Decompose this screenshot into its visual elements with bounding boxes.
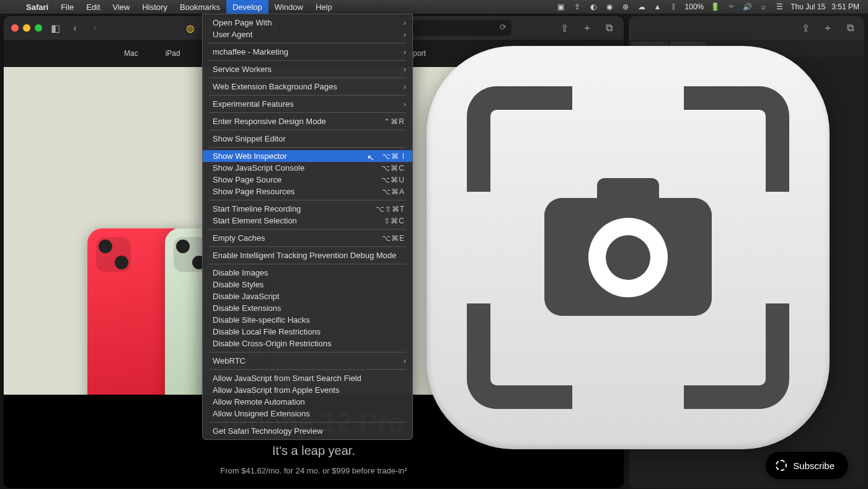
shortcut-label: ⌥⌘E (382, 234, 405, 243)
tray-icon[interactable]: ▣ (556, 2, 566, 12)
menu-item[interactable]: Disable Cross-Origin Restrictions (203, 338, 412, 349)
maximize-button[interactable] (35, 24, 42, 32)
menu-develop[interactable]: Develop (226, 0, 268, 14)
menu-item[interactable]: Show Web Inspector⌥⌘ I (203, 150, 412, 162)
volume-icon[interactable]: 🔊 (742, 2, 752, 12)
menu-item[interactable]: Allow JavaScript from Apple Events (203, 384, 412, 396)
control-center-icon[interactable]: ☰ (774, 2, 784, 12)
nav-mac[interactable]: Mac (124, 49, 138, 58)
menu-item[interactable]: Enter Responsive Design Mode⌃⌘R (203, 115, 412, 127)
menu-item[interactable]: Empty Caches⌥⌘E (203, 232, 412, 244)
shortcut-label: ⌃⌘R (384, 117, 405, 126)
menu-item-label: Allow JavaScript from Smart Search Field (213, 374, 361, 383)
subscribe-button[interactable]: Subscribe (766, 452, 848, 479)
close-button[interactable] (11, 24, 19, 32)
menu-edit[interactable]: Edit (80, 0, 106, 14)
menu-view[interactable]: View (107, 0, 136, 14)
menu-item[interactable]: Disable JavaScript (203, 290, 412, 302)
macos-menubar: Safari File Edit View History Bookmarks … (0, 0, 868, 14)
chevron-right-icon: › (404, 99, 406, 109)
menu-item-label: Show Snippet Editor (213, 134, 286, 143)
menu-item[interactable]: Start Timeline Recording⌥⇧⌘T (203, 203, 412, 215)
menu-bookmarks[interactable]: Bookmarks (174, 0, 226, 14)
menu-item[interactable]: Disable Site-specific Hacks (203, 314, 412, 326)
menu-item[interactable]: Allow Unsigned Extensions (203, 408, 412, 419)
menu-item-label: Experimental Features (213, 99, 294, 109)
share-icon[interactable]: ⇪ (558, 21, 572, 35)
menu-file[interactable]: File (55, 0, 80, 14)
develop-menu: Open Page With›User Agent›mchaffee - Mar… (202, 14, 413, 440)
reload-icon[interactable]: ⟳ (500, 22, 507, 32)
menu-item[interactable]: Disable Styles (203, 279, 412, 290)
bluetooth-icon[interactable]: ᛒ (669, 2, 679, 12)
new-tab-icon[interactable]: ＋ (821, 21, 835, 35)
minimize-button[interactable] (23, 24, 30, 32)
tray-icon[interactable]: ◐ (588, 2, 598, 12)
window-controls (11, 24, 42, 32)
menu-item-label: Web Extension Background Pages (213, 82, 337, 91)
menu-item-label: Get Safari Technology Preview (213, 426, 323, 436)
menu-item[interactable]: Service Workers› (203, 63, 412, 75)
tray-icon[interactable]: ⊕ (621, 2, 631, 12)
cloud-icon[interactable]: ☁ (637, 2, 647, 12)
menu-item[interactable]: Allow JavaScript from Smart Search Field (203, 372, 412, 384)
menu-item[interactable]: WebRTC› (203, 355, 412, 367)
menu-item[interactable]: Start Element Selection⇧⌘C (203, 215, 412, 227)
dropbox-icon[interactable]: ⇪ (572, 2, 582, 12)
menu-help[interactable]: Help (309, 0, 339, 14)
menu-history[interactable]: History (136, 0, 173, 14)
menu-item-label: Enter Responsive Design Mode (213, 117, 326, 126)
menu-item-label: Allow JavaScript from Apple Events (213, 385, 339, 395)
menu-item[interactable]: Show Page Source⌥⌘U (203, 174, 412, 186)
chevron-right-icon: › (404, 47, 406, 56)
menu-item[interactable]: Disable Images (203, 267, 412, 279)
menu-item-label: Disable Local File Restrictions (213, 327, 321, 336)
menu-separator (209, 200, 406, 200)
menu-item[interactable]: mchaffee - Marketing› (203, 46, 412, 58)
tabs-icon[interactable]: ⧉ (843, 21, 857, 35)
share-icon[interactable]: ⇪ (799, 21, 812, 35)
extension-icon[interactable]: ◍ (184, 21, 197, 35)
menu-item-label: Show Page Source (213, 175, 281, 184)
chevron-right-icon: › (404, 30, 406, 39)
menu-item[interactable]: Show Page Resources⌥⌘A (203, 186, 412, 197)
menu-item[interactable]: User Agent› (203, 29, 412, 40)
menubar-tray: ▣ ⇪ ◐ ◉ ⊕ ☁ ▲ ᛒ 100% 🔋 ⌔ 🔊 ⌕ ☰ Thu Jul 1… (556, 2, 868, 12)
tray-icon[interactable]: ◉ (604, 2, 614, 12)
battery-icon[interactable]: 🔋 (710, 2, 720, 12)
shortcut-label: ⌥⌘U (381, 176, 405, 184)
menu-window[interactable]: Window (268, 0, 309, 14)
menu-item[interactable]: Show Snippet Editor (203, 133, 412, 145)
shortcut-label: ⌥⌘C (381, 164, 405, 173)
menu-item[interactable]: Open Page With› (203, 17, 412, 29)
menu-item[interactable]: Allow Remote Automation (203, 396, 412, 408)
new-tab-icon[interactable]: ＋ (580, 21, 594, 35)
menu-item-label: Enable Intelligent Tracking Prevention D… (213, 251, 396, 260)
tray-icon[interactable]: ▲ (653, 2, 663, 12)
menu-item-label: Start Timeline Recording (213, 204, 301, 213)
app-name[interactable]: Safari (20, 2, 55, 12)
menu-item[interactable]: Show JavaScript Console⌥⌘C (203, 162, 412, 174)
menu-separator (209, 422, 406, 423)
back-button[interactable]: ‹ (68, 21, 82, 35)
menu-item-label: Disable JavaScript (213, 292, 280, 301)
menu-item[interactable]: Enable Intelligent Tracking Prevention D… (203, 249, 412, 261)
menu-item[interactable]: Disable Extensions (203, 302, 412, 314)
menu-item[interactable]: Web Extension Background Pages› (203, 81, 412, 92)
menu-item[interactable]: Get Safari Technology Preview (203, 425, 412, 437)
forward-button[interactable]: › (88, 21, 102, 35)
tabs-icon[interactable]: ⧉ (603, 21, 616, 35)
spotlight-icon[interactable]: ⌕ (758, 2, 768, 12)
menu-item-label: WebRTC (213, 356, 246, 366)
menubar-time[interactable]: 3:51 PM (831, 2, 859, 11)
menu-separator (209, 246, 406, 247)
nav-ipad[interactable]: iPad (166, 49, 180, 58)
menu-item-label: Disable Site-specific Hacks (213, 315, 310, 325)
sidebar-icon[interactable]: ◧ (48, 21, 62, 35)
menubar-date[interactable]: Thu Jul 15 (790, 2, 825, 11)
menu-item[interactable]: Experimental Features› (203, 98, 412, 110)
menu-item[interactable]: Disable Local File Restrictions (203, 326, 412, 338)
shortcut-label: ⌥⌘ I (382, 152, 405, 161)
menu-item-label: Allow Unsigned Extensions (213, 409, 310, 418)
wifi-icon[interactable]: ⌔ (726, 2, 736, 12)
